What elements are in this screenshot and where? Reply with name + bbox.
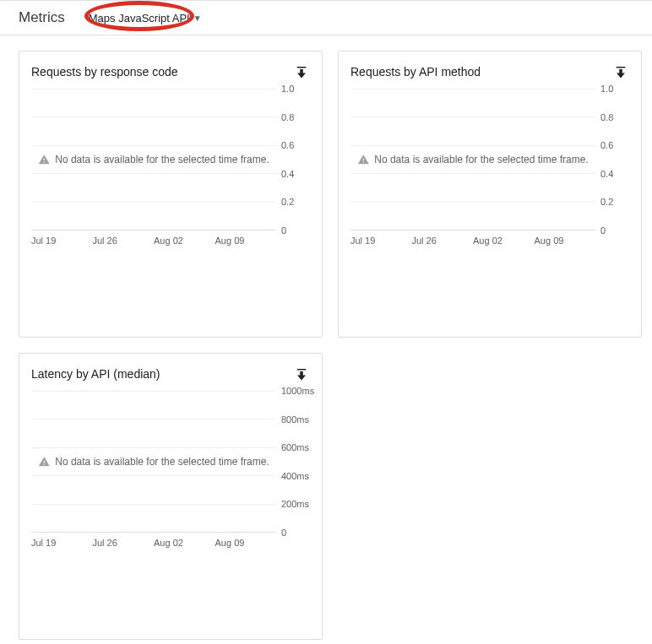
- y-axis: 1.0 0.8 0.6 0.4 0.2 0: [595, 89, 629, 230]
- download-button[interactable]: [293, 63, 310, 80]
- chart-card-latency: Latency by API (median) No data is avail…: [19, 353, 323, 640]
- chart-title: Requests by API method: [350, 65, 481, 78]
- y-tick: 0: [281, 528, 286, 538]
- chart-area: No data is available for the selected ti…: [31, 89, 310, 230]
- chevron-down-icon: ▼: [193, 14, 202, 23]
- y-tick: 0: [600, 225, 606, 235]
- y-tick: 800ms: [281, 414, 309, 425]
- y-tick: 0.6: [600, 140, 613, 150]
- x-tick: Aug 09: [215, 538, 277, 548]
- y-tick: 0.8: [281, 112, 294, 122]
- chart-plot: No data is available for the selected ti…: [350, 89, 595, 230]
- y-tick: 1000ms: [281, 386, 314, 396]
- x-tick: Jul 26: [412, 235, 474, 246]
- x-tick: Aug 02: [154, 235, 215, 246]
- x-tick: Aug 09: [535, 235, 596, 246]
- y-tick: 0.2: [281, 197, 294, 207]
- y-tick: 1.0: [600, 84, 613, 94]
- x-tick: Jul 19: [31, 538, 93, 548]
- download-icon: [294, 64, 309, 79]
- chart-plot: No data is available for the selected ti…: [31, 391, 276, 533]
- y-tick: 600ms: [281, 442, 309, 452]
- y-tick: 0.4: [281, 169, 294, 179]
- api-filter-dropdown[interactable]: Maps JavaScript API ▼: [89, 12, 202, 24]
- no-data-message: No data is available for the selected ti…: [357, 154, 588, 165]
- no-data-message: No data is available for the selected ti…: [38, 456, 269, 468]
- download-button[interactable]: [612, 63, 629, 80]
- chart-area: No data is available for the selected ti…: [350, 89, 629, 230]
- y-tick: 0: [281, 225, 286, 235]
- chart-title: Latency by API (median): [31, 367, 160, 381]
- warning-icon: [357, 154, 369, 165]
- y-tick: 0.8: [600, 112, 613, 122]
- card-header: Requests by response code: [31, 63, 310, 80]
- x-axis: Jul 19 Jul 26 Aug 02 Aug 09: [350, 230, 629, 246]
- chart-card-api-method: Requests by API method No data is availa…: [338, 51, 642, 338]
- chart-area: No data is available for the selected ti…: [31, 391, 310, 533]
- x-tick: Aug 02: [473, 235, 535, 246]
- no-data-text: No data is available for the selected ti…: [55, 154, 269, 165]
- page-title: Metrics: [19, 9, 65, 26]
- x-tick: Aug 02: [154, 538, 215, 548]
- x-tick: Jul 26: [93, 538, 155, 548]
- download-icon: [613, 64, 628, 79]
- no-data-message: No data is available for the selected ti…: [38, 154, 269, 165]
- api-filter-label: Maps JavaScript API: [89, 12, 190, 24]
- card-header: Requests by API method: [350, 63, 629, 80]
- y-axis: 1.0 0.8 0.6 0.4 0.2 0: [276, 89, 310, 230]
- no-data-text: No data is available for the selected ti…: [374, 154, 588, 165]
- y-tick: 200ms: [281, 499, 309, 509]
- x-axis: Jul 19 Jul 26 Aug 02 Aug 09: [31, 533, 310, 548]
- warning-icon: [38, 456, 50, 468]
- no-data-text: No data is available for the selected ti…: [55, 456, 269, 468]
- chart-title: Requests by response code: [31, 65, 178, 78]
- y-tick: 0.4: [600, 169, 613, 179]
- y-tick: 1.0: [281, 84, 294, 94]
- y-axis: 1000ms 800ms 600ms 400ms 200ms 0: [276, 391, 310, 533]
- y-tick: 0.6: [281, 140, 294, 150]
- y-tick: 0.2: [600, 197, 613, 207]
- download-icon: [294, 366, 309, 382]
- chart-card-response-code: Requests by response code No data is ava…: [19, 51, 323, 338]
- download-button[interactable]: [293, 365, 310, 382]
- y-tick: 400ms: [281, 471, 309, 481]
- chart-plot: No data is available for the selected ti…: [31, 89, 276, 230]
- card-header: Latency by API (median): [31, 365, 310, 382]
- warning-icon: [38, 154, 50, 165]
- metrics-grid: Requests by response code No data is ava…: [0, 35, 652, 644]
- x-axis: Jul 19 Jul 26 Aug 02 Aug 09: [31, 230, 310, 246]
- x-tick: Jul 19: [350, 235, 412, 246]
- metrics-header: Metrics Maps JavaScript API ▼: [0, 0, 652, 35]
- x-tick: Jul 26: [93, 235, 155, 246]
- x-tick: Aug 09: [215, 235, 277, 246]
- x-tick: Jul 19: [31, 235, 93, 246]
